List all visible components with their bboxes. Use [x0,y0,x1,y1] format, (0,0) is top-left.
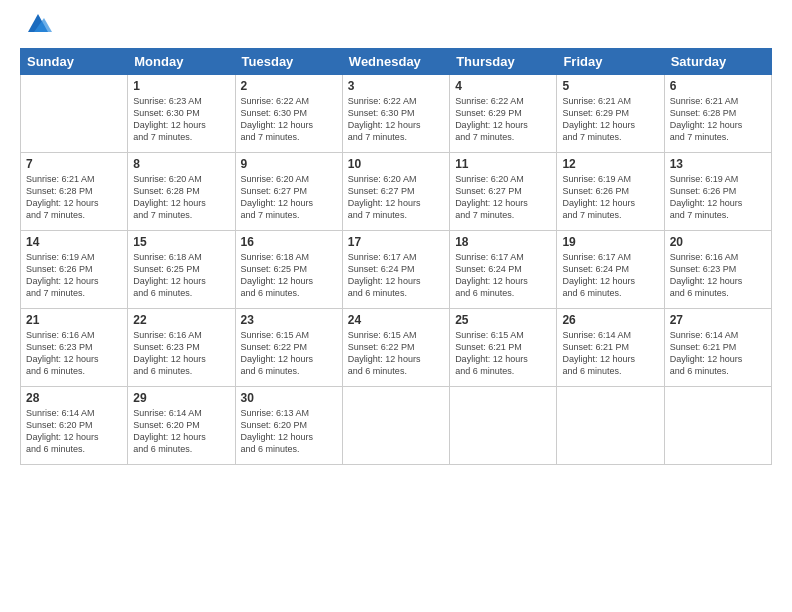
day-number: 21 [26,313,122,327]
day-info: Sunrise: 6:17 AM Sunset: 6:24 PM Dayligh… [562,251,658,300]
calendar-cell: 10Sunrise: 6:20 AM Sunset: 6:27 PM Dayli… [342,153,449,231]
day-info: Sunrise: 6:15 AM Sunset: 6:22 PM Dayligh… [241,329,337,378]
day-number: 10 [348,157,444,171]
calendar-cell [21,75,128,153]
calendar-cell: 14Sunrise: 6:19 AM Sunset: 6:26 PM Dayli… [21,231,128,309]
calendar-week-row: 14Sunrise: 6:19 AM Sunset: 6:26 PM Dayli… [21,231,772,309]
calendar-cell: 9Sunrise: 6:20 AM Sunset: 6:27 PM Daylig… [235,153,342,231]
day-info: Sunrise: 6:20 AM Sunset: 6:27 PM Dayligh… [455,173,551,222]
calendar-cell: 15Sunrise: 6:18 AM Sunset: 6:25 PM Dayli… [128,231,235,309]
calendar-cell: 29Sunrise: 6:14 AM Sunset: 6:20 PM Dayli… [128,387,235,465]
calendar-week-row: 21Sunrise: 6:16 AM Sunset: 6:23 PM Dayli… [21,309,772,387]
calendar-cell: 16Sunrise: 6:18 AM Sunset: 6:25 PM Dayli… [235,231,342,309]
day-number: 16 [241,235,337,249]
weekday-header: Sunday [21,49,128,75]
weekday-header: Wednesday [342,49,449,75]
day-info: Sunrise: 6:15 AM Sunset: 6:21 PM Dayligh… [455,329,551,378]
day-number: 9 [241,157,337,171]
calendar-cell [342,387,449,465]
day-number: 15 [133,235,229,249]
day-info: Sunrise: 6:14 AM Sunset: 6:20 PM Dayligh… [26,407,122,456]
day-info: Sunrise: 6:14 AM Sunset: 6:21 PM Dayligh… [670,329,766,378]
day-info: Sunrise: 6:21 AM Sunset: 6:28 PM Dayligh… [26,173,122,222]
weekday-header: Tuesday [235,49,342,75]
calendar-cell: 6Sunrise: 6:21 AM Sunset: 6:28 PM Daylig… [664,75,771,153]
day-number: 3 [348,79,444,93]
logo-icon [24,10,52,38]
calendar-cell: 22Sunrise: 6:16 AM Sunset: 6:23 PM Dayli… [128,309,235,387]
calendar-cell: 2Sunrise: 6:22 AM Sunset: 6:30 PM Daylig… [235,75,342,153]
day-info: Sunrise: 6:17 AM Sunset: 6:24 PM Dayligh… [348,251,444,300]
day-number: 14 [26,235,122,249]
day-number: 26 [562,313,658,327]
calendar-cell: 1Sunrise: 6:23 AM Sunset: 6:30 PM Daylig… [128,75,235,153]
day-info: Sunrise: 6:22 AM Sunset: 6:29 PM Dayligh… [455,95,551,144]
day-info: Sunrise: 6:20 AM Sunset: 6:28 PM Dayligh… [133,173,229,222]
day-number: 4 [455,79,551,93]
calendar-table: SundayMondayTuesdayWednesdayThursdayFrid… [20,48,772,465]
day-info: Sunrise: 6:13 AM Sunset: 6:20 PM Dayligh… [241,407,337,456]
calendar-cell: 13Sunrise: 6:19 AM Sunset: 6:26 PM Dayli… [664,153,771,231]
calendar-cell: 12Sunrise: 6:19 AM Sunset: 6:26 PM Dayli… [557,153,664,231]
day-info: Sunrise: 6:20 AM Sunset: 6:27 PM Dayligh… [241,173,337,222]
day-number: 1 [133,79,229,93]
calendar-cell: 8Sunrise: 6:20 AM Sunset: 6:28 PM Daylig… [128,153,235,231]
calendar-cell: 27Sunrise: 6:14 AM Sunset: 6:21 PM Dayli… [664,309,771,387]
calendar-week-row: 1Sunrise: 6:23 AM Sunset: 6:30 PM Daylig… [21,75,772,153]
calendar-cell: 26Sunrise: 6:14 AM Sunset: 6:21 PM Dayli… [557,309,664,387]
calendar-cell: 23Sunrise: 6:15 AM Sunset: 6:22 PM Dayli… [235,309,342,387]
calendar-cell: 3Sunrise: 6:22 AM Sunset: 6:30 PM Daylig… [342,75,449,153]
day-number: 5 [562,79,658,93]
day-number: 22 [133,313,229,327]
day-number: 17 [348,235,444,249]
day-info: Sunrise: 6:21 AM Sunset: 6:29 PM Dayligh… [562,95,658,144]
day-info: Sunrise: 6:22 AM Sunset: 6:30 PM Dayligh… [348,95,444,144]
calendar-header-row: SundayMondayTuesdayWednesdayThursdayFrid… [21,49,772,75]
page: SundayMondayTuesdayWednesdayThursdayFrid… [0,0,792,612]
day-number: 13 [670,157,766,171]
day-number: 24 [348,313,444,327]
day-number: 25 [455,313,551,327]
calendar-cell [664,387,771,465]
day-info: Sunrise: 6:17 AM Sunset: 6:24 PM Dayligh… [455,251,551,300]
calendar-cell: 20Sunrise: 6:16 AM Sunset: 6:23 PM Dayli… [664,231,771,309]
day-number: 11 [455,157,551,171]
day-number: 7 [26,157,122,171]
day-info: Sunrise: 6:22 AM Sunset: 6:30 PM Dayligh… [241,95,337,144]
day-info: Sunrise: 6:21 AM Sunset: 6:28 PM Dayligh… [670,95,766,144]
calendar-cell: 18Sunrise: 6:17 AM Sunset: 6:24 PM Dayli… [450,231,557,309]
day-info: Sunrise: 6:16 AM Sunset: 6:23 PM Dayligh… [26,329,122,378]
calendar-cell: 21Sunrise: 6:16 AM Sunset: 6:23 PM Dayli… [21,309,128,387]
weekday-header: Monday [128,49,235,75]
calendar-cell: 17Sunrise: 6:17 AM Sunset: 6:24 PM Dayli… [342,231,449,309]
day-number: 6 [670,79,766,93]
day-info: Sunrise: 6:19 AM Sunset: 6:26 PM Dayligh… [26,251,122,300]
day-info: Sunrise: 6:16 AM Sunset: 6:23 PM Dayligh… [670,251,766,300]
calendar-cell: 25Sunrise: 6:15 AM Sunset: 6:21 PM Dayli… [450,309,557,387]
day-info: Sunrise: 6:15 AM Sunset: 6:22 PM Dayligh… [348,329,444,378]
day-info: Sunrise: 6:14 AM Sunset: 6:21 PM Dayligh… [562,329,658,378]
day-info: Sunrise: 6:23 AM Sunset: 6:30 PM Dayligh… [133,95,229,144]
day-number: 30 [241,391,337,405]
calendar-cell: 30Sunrise: 6:13 AM Sunset: 6:20 PM Dayli… [235,387,342,465]
day-number: 28 [26,391,122,405]
header [20,18,772,38]
logo [20,18,52,38]
day-number: 29 [133,391,229,405]
weekday-header: Friday [557,49,664,75]
day-info: Sunrise: 6:16 AM Sunset: 6:23 PM Dayligh… [133,329,229,378]
day-info: Sunrise: 6:19 AM Sunset: 6:26 PM Dayligh… [562,173,658,222]
day-number: 12 [562,157,658,171]
day-number: 2 [241,79,337,93]
calendar-cell [450,387,557,465]
calendar-week-row: 28Sunrise: 6:14 AM Sunset: 6:20 PM Dayli… [21,387,772,465]
day-number: 19 [562,235,658,249]
weekday-header: Thursday [450,49,557,75]
day-number: 8 [133,157,229,171]
day-number: 27 [670,313,766,327]
calendar-cell: 24Sunrise: 6:15 AM Sunset: 6:22 PM Dayli… [342,309,449,387]
day-info: Sunrise: 6:14 AM Sunset: 6:20 PM Dayligh… [133,407,229,456]
calendar-cell: 7Sunrise: 6:21 AM Sunset: 6:28 PM Daylig… [21,153,128,231]
calendar-cell: 5Sunrise: 6:21 AM Sunset: 6:29 PM Daylig… [557,75,664,153]
day-number: 18 [455,235,551,249]
